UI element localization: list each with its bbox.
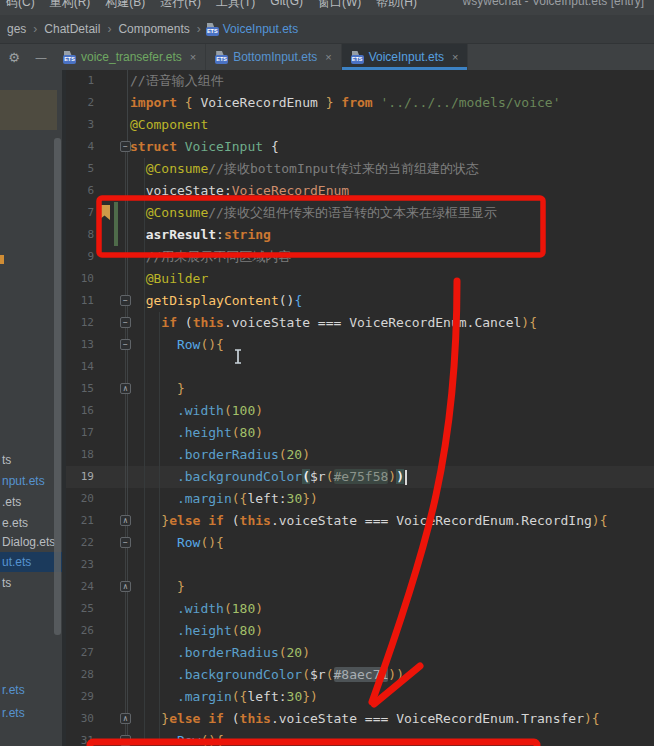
code-line[interactable]: 6 voiceState:VoiceRecordEnum (66, 180, 654, 202)
code-line[interactable]: 2import { VoiceRecordEnum } from '../../… (66, 92, 654, 114)
token: .height (177, 623, 232, 638)
sidebar-scrollbar[interactable] (54, 138, 61, 635)
code-line[interactable]: 20 .margin({left:30}) (66, 488, 654, 510)
token: ( (224, 403, 232, 418)
tab-voice_transefer-ets[interactable]: ETSvoice_transefer.ets× (54, 44, 206, 70)
code-line[interactable]: 11− getDisplayContent(){ (66, 290, 654, 312)
code-line[interactable]: 19 .backgroundColor($r(#e75f58)) (66, 466, 654, 488)
tab-BottomInput-ets[interactable]: ETSBottomInput.ets× (206, 44, 341, 70)
tab-close-icon[interactable]: × (325, 51, 331, 63)
line-number: 17 (66, 422, 94, 444)
breadcrumb-item[interactable]: Compoments (116, 22, 191, 36)
code-line[interactable]: 4−struct VoiceInput { (66, 136, 654, 158)
token: //语音输入组件 (130, 73, 224, 88)
code-line[interactable]: 18 .borderRadius(20) (66, 444, 654, 466)
breadcrumb-item[interactable]: ges (5, 22, 28, 36)
menu-item[interactable]: 码(C) (6, 0, 35, 15)
sidebar-file-item[interactable]: ut.ets (2, 554, 31, 570)
token: .margin (177, 689, 232, 704)
tab-VoiceInput-ets[interactable]: ETSVoiceInput.ets× (342, 44, 469, 70)
token: ({ (232, 689, 248, 704)
editor-tab-bar: ⚙ — ETSvoice_transefer.ets×ETSBottomInpu… (0, 44, 654, 70)
line-number: 20 (66, 488, 94, 510)
menu-item[interactable]: 帮助(H) (376, 0, 417, 15)
code-line[interactable]: 9 //用来展示不同区域内容 (66, 246, 654, 268)
menu-item[interactable]: 重构(R) (50, 0, 91, 15)
code-line[interactable]: 24∧ } (66, 576, 654, 598)
sidebar-file-item[interactable]: nput.ets (2, 473, 45, 489)
code-line[interactable]: 1//语音输入组件 (66, 70, 654, 92)
token: VoiceRecordEnum (200, 95, 325, 110)
line-number: 21 (66, 510, 94, 532)
sidebar-file-item[interactable]: ts (2, 575, 11, 591)
menu-item[interactable]: Git(G) (270, 0, 303, 15)
code-text: @Builder (130, 268, 208, 290)
token: } (130, 513, 169, 528)
token: .backgroundColor (177, 469, 302, 484)
code-line[interactable]: 30∧ }else if (this.voiceState === VoiceR… (66, 708, 654, 730)
code-line[interactable]: 21∧ }else if (this.voiceState === VoiceR… (66, 510, 654, 532)
code-line[interactable]: 29 .margin({left:30}) (66, 686, 654, 708)
token: voiceState: (130, 183, 232, 198)
code-line[interactable]: 12− if (this.voiceState === VoiceRecordE… (66, 312, 654, 334)
sidebar-file-item[interactable]: Dialog.ets (2, 534, 55, 550)
token: }) (302, 689, 318, 704)
hide-panel-icon[interactable]: — (28, 44, 54, 70)
code-line[interactable]: 26 .height(80) (66, 620, 654, 642)
token: ) (255, 425, 263, 440)
sidebar-file-item[interactable]: r.ets (2, 705, 25, 721)
menu-item[interactable]: 窗口(W) (318, 0, 361, 15)
token: ( (326, 469, 334, 484)
menu-item[interactable]: 构建(B) (105, 0, 145, 15)
line-number: 5 (66, 158, 94, 180)
tab-close-icon[interactable]: × (452, 51, 458, 63)
breadcrumb-current-file[interactable]: VoiceInput.ets (223, 22, 298, 36)
code-line[interactable]: 31− Row(){ (66, 730, 654, 746)
tab-label: VoiceInput.ets (369, 50, 444, 64)
code-line[interactable]: 13− Row(){ (66, 334, 654, 356)
code-line[interactable]: 25 .width(180) (66, 598, 654, 620)
ets-file-icon: ETS (351, 51, 364, 64)
code-line[interactable]: 17 .height(80) (66, 422, 654, 444)
tab-close-icon[interactable]: × (190, 51, 196, 63)
token: ({ (232, 491, 248, 506)
line-number: 18 (66, 444, 94, 466)
sidebar-file-item[interactable]: r.ets (2, 682, 25, 698)
token: .backgroundColor (177, 667, 302, 682)
code-text: }else if (this.voiceState === VoiceRecor… (130, 510, 607, 532)
code-editor[interactable]: 1//语音输入组件2import { VoiceRecordEnum } fro… (66, 70, 654, 746)
settings-gear-icon[interactable]: ⚙ (0, 44, 28, 70)
line-number: 3 (66, 114, 94, 136)
code-text: .height(80) (130, 620, 263, 642)
code-line[interactable]: 27 .borderRadius(20) (66, 642, 654, 664)
sidebar-file-item[interactable]: ts (2, 452, 11, 468)
menu-item[interactable]: 运行(R) (160, 0, 201, 15)
code-line[interactable]: 3@Component (66, 114, 654, 136)
code-line[interactable]: 8 asrResult:string (66, 224, 654, 246)
menu-bar: 码(C)重构(R)构建(B)运行(R)工具(T)Git(G)窗口(W)帮助(H)… (0, 0, 654, 15)
menu-item[interactable]: 工具(T) (216, 0, 255, 15)
code-line[interactable]: 16 .width(100) (66, 400, 654, 422)
ets-icon-label: ETS (351, 55, 364, 64)
token: if (161, 315, 184, 330)
code-line[interactable]: 23 (66, 554, 654, 576)
code-text: .borderRadius(20) (130, 444, 310, 466)
token: VoiceRecordEnum (232, 183, 349, 198)
token (130, 667, 177, 682)
code-line[interactable]: 15∧ } (66, 378, 654, 400)
code-line[interactable]: 22− Row(){ (66, 532, 654, 554)
token: .voiceState === VoiceRecordEnum.Transfer (271, 711, 584, 726)
code-text: .width(180) (130, 598, 263, 620)
code-line[interactable]: 10 @Builder (66, 268, 654, 290)
code-line[interactable]: 5 @Consume//接收bottomInput传过来的当前组建的状态 (66, 158, 654, 180)
sidebar-file-item[interactable]: e.ets (2, 515, 28, 531)
code-line[interactable]: 14 (66, 356, 654, 378)
breadcrumb-item[interactable]: ChatDetail (42, 22, 102, 36)
code-line[interactable]: 28 .backgroundColor($r(#8aec71)) (66, 664, 654, 686)
token: asrResult (146, 227, 216, 242)
code-line[interactable]: 7 @Consume//接收父组件传来的语音转的文本来在绿框里显示 (66, 202, 654, 224)
vcs-change-bar (114, 224, 118, 246)
code-text: @Consume//接收bottomInput传过来的当前组建的状态 (130, 158, 479, 180)
sidebar-file-item[interactable]: .ets (2, 494, 21, 510)
token: ) (302, 645, 310, 660)
